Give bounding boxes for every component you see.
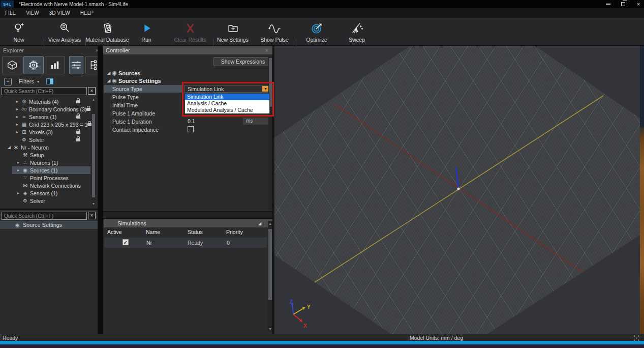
source-settings-item[interactable]: ◉ Source Settings [0,221,101,229]
filter-settings-button[interactable] [69,56,83,74]
collapse-caret[interactable]: ◢ [103,71,110,75]
expand-caret[interactable]: ▸ [15,160,21,165]
restore-button[interactable] [620,1,627,7]
axis-y-label: Y [307,304,311,310]
source-settings-label: Source Settings [23,222,63,228]
search-clear-button[interactable]: × [88,87,96,95]
optimize-button[interactable]: Optimize [298,20,335,44]
axis-z-label: Z [290,299,293,305]
analysis-view-button[interactable] [45,56,65,74]
new-button[interactable]: New [3,20,35,44]
sine-wave-icon [268,22,281,35]
collapse-caret[interactable]: ◢ [6,145,12,150]
expand-caret[interactable]: ▸ [14,99,20,104]
simulations-collapse-icon[interactable]: ◢ [258,221,261,226]
explorer-title: Explorer [3,47,24,53]
tree-item-boundary-conditions[interactable]: ▸∂ΩBoundary Conditions (3) [0,105,91,113]
property-label: Initial Time [103,102,138,108]
expand-caret[interactable]: ▸ [15,168,21,172]
filters-caret-icon[interactable]: ▾ [37,79,39,84]
show-pulse-button[interactable]: Show Pulse [256,20,293,44]
viewport-3d[interactable]: Z Y X [274,46,644,334]
tree-item-materials[interactable]: ▸⊛Materials (4) [0,98,91,105]
scroll-up-icon[interactable]: ▲ [268,222,272,225]
tree-item-setup[interactable]: ⚒Setup [0,151,91,159]
tree-item-sensors[interactable]: ▸≈Sensors (1) [0,113,91,121]
tree-item-neuron-solver[interactable]: ⚙Solver [0,197,91,205]
material-database-button[interactable]: Material Database [86,20,128,44]
menu-file[interactable]: FILE [0,8,21,18]
run-button[interactable]: Run [130,20,163,44]
dropdown-option-analysis-cache[interactable]: Analysis / Cache [185,100,269,107]
simulation-name: Nr [146,240,152,246]
tree-label: Sensors (1) [29,114,56,120]
simulations-header[interactable]: Simulations [104,219,272,227]
expand-caret[interactable]: ▸ [14,114,20,119]
close-button[interactable]: × [635,1,642,7]
show-expressions-button[interactable]: Show Expressions [213,57,272,66]
tree-label: Solver [30,198,45,204]
simulation-table-row[interactable] [104,238,267,248]
expand-caret[interactable]: ▸ [14,107,20,111]
magnifier-icon [58,22,71,35]
column-header-active[interactable]: Active [107,229,122,235]
pulse1-duration-value[interactable]: 0.1 [188,118,195,125]
scrollbar-thumb[interactable] [268,229,272,300]
tree-item-voxels[interactable]: ▸⊞Voxels (3) [0,128,91,136]
minimize-button[interactable] [604,1,611,7]
contact-impedance-checkbox[interactable] [188,126,194,132]
scroll-up-icon[interactable]: ▲ [91,98,96,101]
controller-tree-source-settings[interactable]: ◢ ◉ Source Settings [103,77,161,84]
expand-caret[interactable]: ▸ [14,130,20,134]
tree-item-nr-neuron[interactable]: ◢∗Nr - Neuron [0,143,91,151]
view-analysis-button[interactable]: View Analysis [45,20,84,44]
broom-icon [351,22,363,35]
simulations-scrollbar[interactable]: ▲ ▼ [268,221,272,332]
folder-plus-icon [227,22,239,35]
sweep-button[interactable]: Sweep [339,20,375,44]
explorer-scrollbar[interactable]: ▲ ▼ [91,97,96,207]
network-connections-icon: ⋈ [21,183,29,188]
collapse-all-button[interactable]: − [4,78,12,85]
quick-search-input[interactable] [2,87,87,95]
tree-item-neuron-sensors[interactable]: ▸◈Sensors (1) [0,189,91,197]
titlebar: S4L *Electrode with Nerve Model-1.smash … [0,0,644,8]
simulation-active-checkbox[interactable]: ✓ [122,239,129,245]
tree-item-neurons[interactable]: ▸∴Neurons (1) [0,159,91,166]
column-header-status[interactable]: Status [188,229,203,235]
source-type-combobox[interactable]: Simulation Link ▼ [185,85,270,93]
search-clear-button-2[interactable]: × [88,212,96,219]
quick-search-input-2[interactable] [2,212,87,220]
model-view-button[interactable] [2,56,22,74]
tree-item-network-connections[interactable]: ⋈Network Connections [0,182,91,189]
tree-item-solver[interactable]: ⚙Solver [0,136,91,143]
menu-help[interactable]: HELP [75,8,99,18]
dropdown-option-simulation-link[interactable]: Simulation Link [185,94,269,100]
menu-view[interactable]: VIEW [21,8,44,18]
tree-item-sources[interactable]: ▸◉Sources (1) [12,166,90,174]
menu-3d-view[interactable]: 3D VIEW [44,8,75,18]
tree-item-point-processes[interactable]: ∵Point Processes [0,174,91,182]
scrollbar-thumb[interactable] [92,114,95,197]
split-view-icon[interactable] [46,78,53,84]
tree-item-grid[interactable]: ▸▦Grid 223 x 205 x 293 = 1 [0,121,91,128]
controller-close-icon[interactable]: × [265,47,268,53]
expand-caret[interactable]: ▸ [15,191,21,195]
simulation-view-button[interactable] [23,56,44,74]
collapse-caret[interactable]: ◢ [103,78,110,83]
scroll-down-icon[interactable]: ▼ [268,327,272,331]
controller-scrollbar[interactable] [268,56,272,211]
expand-caret[interactable]: ▸ [14,122,20,127]
bar-chart-icon [49,60,60,71]
column-header-priority[interactable]: Priority [226,229,243,235]
new-settings-button[interactable]: New Settings [213,20,252,44]
dropdown-option-modulated-analysis-cache[interactable]: Modulated Analysis / Cache [185,107,269,113]
controller-tree-sources[interactable]: ◢ ◉ Sources [103,69,140,77]
filters-label[interactable]: Filters [19,78,34,84]
tree-label: Boundary Conditions (3) [29,106,86,112]
tree-label: Neurons (1) [30,160,58,166]
scroll-down-icon[interactable]: ▼ [91,202,96,206]
column-header-name[interactable]: Name [146,229,160,235]
tree-label: Sources [118,70,140,76]
material-database-label: Material Database [85,37,129,43]
